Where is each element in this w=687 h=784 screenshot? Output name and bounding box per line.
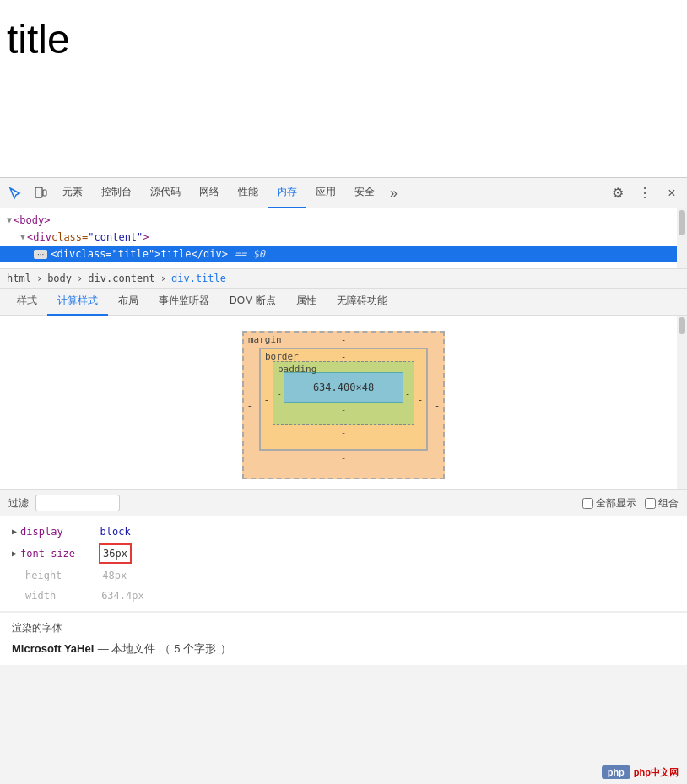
prop-name-width: width <box>25 587 56 604</box>
expand-icon[interactable]: ▼ <box>20 230 25 245</box>
breadcrumb-div-title[interactable]: div.title <box>171 273 226 284</box>
show-all-checkbox-label[interactable]: 全部显示 <box>582 496 636 511</box>
rendered-font-title: 渲染的字体 <box>12 621 675 635</box>
padding-bottom: - <box>284 404 403 414</box>
expand-display[interactable]: ▶ <box>12 523 17 540</box>
margin-right: - <box>435 400 439 410</box>
filter-bar: 过滤 全部显示 组合 <box>0 489 687 516</box>
box-margin: margin - - - border - - - padding - - - <box>242 331 445 479</box>
dom-line-title[interactable]: ··· <div class= "title" >title</div> == … <box>0 246 687 262</box>
dom-line-body[interactable]: ▼ <body> <box>0 212 687 229</box>
box-model-area: margin - - - border - - - padding - - - <box>0 316 687 489</box>
more-tabs-icon[interactable]: » <box>385 186 403 201</box>
filter-options: 全部显示 组合 <box>582 496 679 511</box>
devtools-panel: 元素 控制台 源代码 网络 性能 内存 应用 安全 » ⚙ ⋮ × ▼ <bod… <box>0 177 687 784</box>
box-content: 634.400×48 <box>284 372 403 403</box>
tab-accessibility[interactable]: 无障碍功能 <box>327 289 398 316</box>
breadcrumb-body[interactable]: body <box>47 273 72 284</box>
prop-name-height: height <box>25 567 62 584</box>
toolbar-right-icons: ⚙ ⋮ × <box>606 181 684 205</box>
breadcrumb-html[interactable]: html <box>7 273 31 284</box>
group-checkbox-label[interactable]: 组合 <box>645 496 679 511</box>
tab-application[interactable]: 应用 <box>307 178 344 208</box>
expand-font-size[interactable]: ▶ <box>12 545 17 562</box>
preview-area: title <box>0 0 687 177</box>
padding-left: - <box>278 388 281 398</box>
css-prop-height: height 48px <box>25 565 675 586</box>
tab-computed[interactable]: 计算样式 <box>47 289 108 316</box>
css-prop-font-size: ▶ font-size 36px <box>12 542 675 565</box>
settings-icon[interactable]: ⚙ <box>606 181 630 205</box>
php-site-text: php中文网 <box>634 766 679 779</box>
expand-icon[interactable]: ▼ <box>7 213 12 228</box>
tab-sources[interactable]: 源代码 <box>142 178 189 208</box>
breadcrumb-div-content[interactable]: div.content <box>88 273 154 284</box>
tab-security[interactable]: 安全 <box>346 178 383 208</box>
padding-right: - <box>406 388 409 398</box>
tab-layout[interactable]: 布局 <box>108 289 149 316</box>
php-logo: php php中文网 <box>602 765 679 779</box>
dom-panel: ▼ <body> ▼ <div class= "content" > ··· <… <box>0 208 687 269</box>
css-props-list: ▶ display block ▶ font-size 36px height … <box>0 516 687 611</box>
prop-name-display: display <box>20 523 63 540</box>
margin-top: - <box>342 334 345 344</box>
padding-label: padding <box>278 364 316 375</box>
dollar-zero: == $0 <box>235 246 265 262</box>
show-all-checkbox[interactable] <box>582 498 593 509</box>
php-badge: php <box>602 765 630 779</box>
border-right: - <box>419 394 422 404</box>
prop-value-height: 48px <box>102 567 127 584</box>
box-model-diagram: margin - - - border - - - padding - - - <box>242 331 445 479</box>
prop-name-font-size: font-size <box>20 545 75 562</box>
breadcrumb: html › body › div.content › div.title <box>0 269 687 289</box>
margin-label: margin <box>248 334 282 345</box>
css-prop-display: ▶ display block <box>12 522 675 542</box>
tab-event-listeners[interactable]: 事件监听器 <box>149 289 219 316</box>
font-name: Microsoft YaHei <box>12 642 94 655</box>
prop-value-width: 634.4px <box>101 587 144 604</box>
border-top: - <box>342 351 345 361</box>
tab-styles[interactable]: 样式 <box>7 289 47 316</box>
padding-top: - <box>342 364 345 374</box>
tab-network[interactable]: 网络 <box>191 178 228 208</box>
tab-elements[interactable]: 元素 <box>54 178 91 208</box>
margin-bottom: - <box>259 452 428 462</box>
close-icon[interactable]: × <box>660 181 684 205</box>
rendered-font-section: 渲染的字体 Microsoft YaHei — 本地文件 （ 5 个字形 ） <box>0 612 687 665</box>
dom-line-content[interactable]: ▼ <div class= "content" > <box>0 229 687 246</box>
tab-properties[interactable]: 属性 <box>286 289 327 316</box>
preview-title: title <box>7 15 70 64</box>
styles-tabs: 样式 计算样式 布局 事件监听器 DOM 断点 属性 无障碍功能 <box>0 289 687 316</box>
cursor-icon[interactable] <box>3 181 27 205</box>
border-bottom: - <box>273 427 414 437</box>
content-size: 634.400×48 <box>313 381 374 393</box>
box-border: border - - - padding - - - 634.400×48 <box>259 348 428 451</box>
group-checkbox[interactable] <box>645 498 656 509</box>
prop-value-font-size: 36px <box>99 543 132 564</box>
filter-label: 过滤 <box>8 496 29 511</box>
tab-performance[interactable]: 性能 <box>230 178 267 208</box>
css-prop-width: width 634.4px <box>25 586 675 606</box>
box-padding: padding - - - 634.400×48 - <box>273 361 414 425</box>
glyph-count: 5 个字形 <box>174 642 216 655</box>
border-left: - <box>265 394 268 404</box>
svg-rect-0 <box>35 187 42 197</box>
rendered-font-detail: Microsoft YaHei — 本地文件 （ 5 个字形 ） <box>12 641 675 657</box>
device-icon[interactable] <box>29 181 52 205</box>
devtools-toolbar: 元素 控制台 源代码 网络 性能 内存 应用 安全 » ⚙ ⋮ × <box>0 178 687 208</box>
tab-memory[interactable]: 内存 <box>268 178 306 208</box>
font-source: 本地文件 <box>111 642 155 655</box>
ellipsis-button[interactable]: ··· <box>34 250 47 259</box>
tab-console[interactable]: 控制台 <box>93 178 140 208</box>
filter-input[interactable] <box>35 495 120 511</box>
svg-rect-1 <box>43 190 46 196</box>
margin-left: - <box>248 400 252 410</box>
tab-dom-breakpoints[interactable]: DOM 断点 <box>219 289 286 316</box>
more-vert-icon[interactable]: ⋮ <box>633 181 657 205</box>
prop-value-display: block <box>100 523 131 540</box>
